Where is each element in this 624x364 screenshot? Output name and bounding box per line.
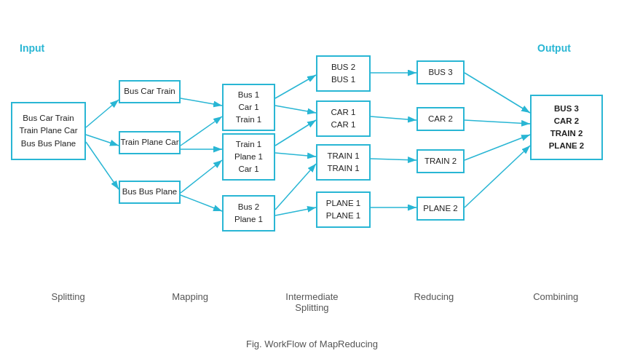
svg-line-2: [86, 142, 119, 189]
splitting-label: Splitting: [32, 291, 105, 313]
reduce3-box: TRAIN 2: [416, 149, 465, 173]
svg-line-4: [181, 116, 222, 146]
map1-box: Bus 1 Car 1 Train 1: [222, 84, 275, 131]
split1-box: Bus Car Train: [119, 80, 181, 103]
svg-line-8: [275, 75, 316, 98]
inter1-box: BUS 2 BUS 1: [316, 55, 371, 92]
combining-label: Combining: [519, 291, 592, 313]
svg-line-13: [275, 207, 316, 215]
svg-line-18: [465, 73, 530, 113]
svg-line-12: [275, 164, 316, 210]
svg-line-7: [181, 195, 222, 211]
svg-line-11: [275, 153, 316, 157]
reduce4-box: PLANE 2: [416, 197, 465, 221]
inter4-box: PLANE 1 PLANE 1: [316, 191, 371, 228]
svg-line-10: [275, 120, 316, 146]
svg-line-1: [86, 135, 119, 146]
fig-caption: Fig. WorkFlow of MapReducing: [0, 335, 624, 353]
reducing-label: Reducing: [398, 291, 470, 313]
input-box: Bus Car Train Train Plane Car Bus Bus Pl…: [11, 102, 86, 160]
svg-line-0: [86, 100, 119, 127]
split3-box: Bus Bus Plane: [119, 181, 181, 204]
split2-box: Train Plane Car: [119, 131, 181, 154]
svg-line-16: [371, 159, 416, 160]
diagram-container: Input Bus Car Train Train Plane Car Bus …: [0, 0, 624, 335]
reduce2-box: CAR 2: [416, 107, 465, 131]
inter3-box: TRAIN 1 TRAIN 1: [316, 144, 371, 181]
output-box: BUS 3 CAR 2 TRAIN 2 PLANE 2: [530, 95, 603, 160]
inter2-box: CAR 1 CAR 1: [316, 100, 371, 137]
svg-line-3: [181, 98, 222, 106]
intermediate-label: Intermediate Splitting: [275, 291, 348, 313]
map2-box: Train 1 Plane 1 Car 1: [222, 133, 275, 181]
svg-line-9: [275, 106, 316, 113]
svg-line-6: [181, 160, 222, 193]
output-label: Output: [537, 42, 571, 54]
svg-line-20: [465, 135, 530, 160]
svg-line-15: [371, 116, 416, 120]
map3-box: Bus 2 Plane 1: [222, 195, 275, 232]
svg-line-19: [465, 120, 530, 124]
svg-line-21: [465, 146, 530, 207]
input-label: Input: [20, 42, 44, 54]
arrows-svg: [0, 0, 624, 335]
reduce1-box: BUS 3: [416, 60, 465, 84]
mapping-label: Mapping: [154, 291, 226, 313]
